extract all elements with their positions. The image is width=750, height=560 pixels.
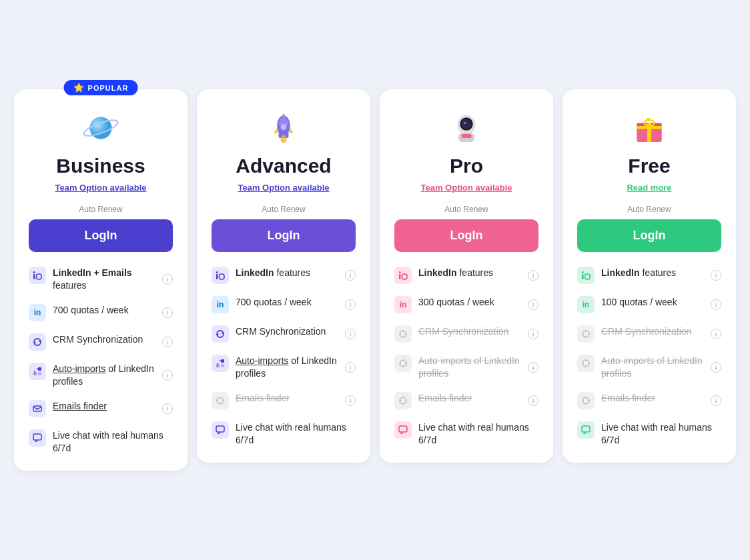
feature-icon: [577, 421, 595, 439]
info-icon: i: [711, 395, 721, 406]
svg-rect-22: [220, 274, 225, 279]
feature-item: CRM Synchronization i: [577, 325, 721, 343]
feature-text: LinkedIn features: [418, 267, 521, 279]
feature-item: Live chat with real humans 6/7d: [394, 421, 538, 447]
login-button[interactable]: LogIn: [212, 219, 356, 252]
info-icon: i: [711, 299, 721, 310]
team-option-link[interactable]: Team Option available: [394, 183, 538, 193]
feature-item: LinkedIn features i: [394, 267, 538, 284]
card-business: ⭐ POPULAR Business Team Option available…: [14, 89, 188, 470]
svg-rect-10: [38, 372, 41, 375]
info-icon: i: [528, 329, 538, 339]
feature-icon: in: [212, 296, 229, 313]
feature-text: CRM Synchronization: [53, 333, 155, 346]
feature-item: in 300 quotas / week i: [394, 296, 538, 313]
feature-text-wrap: LinkedIn features: [236, 267, 338, 279]
feature-list: LinkedIn features i in 700 quotas / week…: [212, 267, 356, 447]
feature-text: CRM Synchronization: [418, 325, 521, 338]
card-icon: [29, 108, 173, 148]
svg-point-35: [462, 119, 472, 129]
feature-icon: [212, 267, 229, 284]
svg-rect-9: [38, 367, 41, 371]
feature-icon: [29, 333, 46, 351]
svg-rect-8: [33, 372, 37, 375]
feature-text: 100 quotas / week: [601, 296, 704, 309]
feature-icon: [394, 355, 412, 372]
login-button[interactable]: LogIn: [394, 219, 538, 252]
feature-text: Emails finder: [601, 392, 704, 405]
feature-item: LinkedIn features i: [577, 267, 721, 284]
info-icon: i: [528, 395, 538, 406]
feature-text: Auto-imports of LinkedIn profiles: [418, 355, 521, 380]
team-option-link[interactable]: Read more: [577, 183, 721, 193]
feature-item: Auto-imports of LinkedIn profiles i: [212, 355, 356, 380]
feature-icon: [29, 267, 46, 284]
feature-item: Live chat with real humans 6/7d: [212, 421, 356, 447]
feature-icon: [212, 392, 229, 409]
feature-text: 700 quotas / week: [53, 304, 155, 317]
svg-rect-39: [399, 274, 401, 279]
info-icon: i: [711, 362, 721, 373]
feature-item: in 700 quotas / week i: [212, 296, 356, 313]
svg-rect-38: [462, 134, 472, 138]
feature-item: Live chat with real humans 6/7d: [29, 429, 173, 455]
login-button[interactable]: LogIn: [577, 219, 721, 252]
team-option-link[interactable]: Team Option available: [212, 183, 356, 193]
feature-item: Emails finder i: [394, 392, 538, 409]
login-button[interactable]: LogIn: [29, 219, 173, 252]
svg-rect-3: [33, 274, 35, 279]
auto-renew-label: Auto Renew: [212, 205, 356, 214]
feature-text: 700 quotas / week: [236, 296, 338, 309]
svg-rect-28: [221, 364, 224, 367]
feature-text: Auto-imports of LinkedIn profiles: [601, 355, 704, 380]
card-title: Business: [29, 155, 173, 177]
info-icon: i: [162, 370, 173, 381]
feature-icon: [212, 421, 229, 439]
info-icon: i: [345, 329, 356, 339]
svg-point-12: [37, 407, 39, 409]
svg-point-23: [216, 271, 218, 273]
feature-icon: [394, 392, 412, 409]
feature-item: Emails finder i: [212, 392, 356, 409]
info-icon: i: [345, 395, 356, 406]
card-title: Advanced: [212, 155, 356, 177]
feature-icon: [29, 363, 46, 380]
feature-icon: [29, 400, 46, 417]
card-advanced: Advanced Team Option available Auto Rene…: [197, 89, 370, 463]
feature-text: 300 quotas / week: [418, 296, 521, 309]
info-icon: i: [162, 403, 173, 414]
feature-text-wrap: Auto-imports of LinkedIn profiles: [601, 355, 704, 380]
feature-text-wrap: 100 quotas / week: [601, 296, 704, 309]
feature-item: Emails finder i: [577, 392, 721, 409]
feature-text-wrap: Auto-imports of LinkedIn profiles: [418, 355, 521, 380]
feature-icon: in: [29, 304, 46, 321]
feature-text-wrap: Emails finder: [601, 392, 704, 405]
popular-label: POPULAR: [88, 84, 129, 92]
feature-item: Live chat with real humans 6/7d: [577, 421, 721, 447]
svg-point-20: [281, 135, 287, 143]
svg-rect-57: [582, 274, 584, 279]
svg-rect-40: [402, 274, 408, 279]
info-icon: i: [162, 307, 173, 318]
card-free: Free Read more Auto Renew LogIn LinkedIn…: [562, 89, 736, 463]
feature-text-wrap: Auto-imports of LinkedIn profiles: [53, 363, 155, 388]
feature-item: LinkedIn features i: [212, 267, 356, 284]
info-icon: i: [528, 299, 538, 310]
feature-text: Live chat with real humans 6/7d: [601, 421, 721, 447]
card-icon: [212, 108, 356, 148]
feature-icon: [577, 355, 595, 372]
card-title: Pro: [394, 155, 538, 177]
info-icon: i: [162, 337, 173, 347]
info-icon: i: [711, 270, 721, 281]
feature-icon: in: [394, 296, 412, 313]
svg-rect-69: [582, 426, 590, 432]
feature-text: Emails finder: [53, 400, 155, 413]
feature-text: Emails finder: [236, 392, 338, 405]
svg-rect-4: [37, 274, 42, 279]
feature-text: LinkedIn features: [236, 267, 338, 279]
team-option-link[interactable]: Team Option available: [29, 183, 173, 193]
svg-rect-58: [585, 274, 591, 279]
feature-text-wrap: LinkedIn features: [601, 267, 704, 279]
feature-text-wrap: Emails finder: [236, 392, 338, 405]
auto-renew-label: Auto Renew: [394, 205, 538, 214]
